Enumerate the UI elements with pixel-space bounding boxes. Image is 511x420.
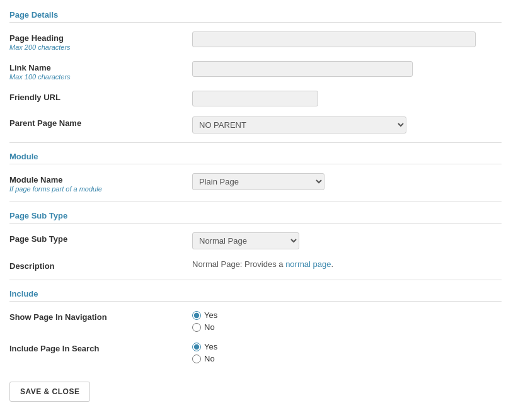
include-in-search-row: Include Page In Search Yes No (9, 339, 502, 366)
page-sub-type-row: Page Sub Type Normal Page Plain Page (9, 230, 502, 252)
friendly-url-label: Friendly URL (9, 93, 192, 102)
page-sub-type-header: Page Sub Type (9, 207, 502, 224)
show-in-nav-no-radio[interactable] (192, 323, 201, 332)
module-name-select[interactable]: Plain Page Normal Page (192, 173, 324, 190)
module-name-input-col: Plain Page Normal Page (192, 173, 502, 190)
page-sub-type-divider (9, 201, 502, 202)
link-name-label: Link Name (9, 63, 192, 72)
description-highlight: normal page (285, 259, 331, 269)
include-in-search-no-item[interactable]: No (192, 354, 502, 363)
module-divider (9, 142, 502, 143)
parent-page-name-label-col: Parent Page Name (9, 116, 192, 128)
page-sub-type-section: Page Sub Type Page Sub Type Normal Page … (9, 207, 502, 273)
link-name-label-col: Link Name Max 100 characters (9, 61, 192, 81)
description-value-col: Normal Page: Provides a normal page. (192, 259, 502, 269)
friendly-url-label-col: Friendly URL (9, 91, 192, 102)
show-in-nav-yes-radio[interactable] (192, 311, 201, 320)
page-sub-type-input-col: Normal Page Plain Page (192, 232, 502, 249)
include-header: Include (9, 285, 502, 302)
show-in-nav-yes-label: Yes (204, 310, 217, 320)
include-in-search-no-radio[interactable] (192, 355, 201, 363)
page-heading-label-col: Page Heading Max 200 characters (9, 31, 192, 51)
module-header: Module (9, 148, 502, 164)
module-name-label: Module Name (9, 175, 192, 184)
page-details-section: Page Details Page Heading Max 200 charac… (9, 6, 502, 136)
show-in-nav-input-col: Yes No (192, 310, 502, 332)
description-label: Description (9, 261, 192, 271)
friendly-url-input[interactable] (192, 91, 318, 106)
save-close-button[interactable]: SAVE & CLOSE (9, 382, 90, 402)
show-in-nav-label: Show Page In Navigation (9, 312, 192, 322)
page-details-header: Page Details (9, 6, 502, 23)
description-row: Description Normal Page: Provides a norm… (9, 257, 502, 273)
include-in-search-label-col: Include Page In Search (9, 342, 192, 353)
module-section: Module Module Name If page forms part of… (9, 148, 502, 195)
link-name-row: Link Name Max 100 characters (9, 59, 502, 83)
parent-page-name-select[interactable]: NO PARENT (192, 116, 406, 133)
show-in-nav-yes-item[interactable]: Yes (192, 310, 502, 320)
show-in-nav-no-label: No (204, 322, 215, 332)
page-container: Page Details Page Heading Max 200 charac… (0, 0, 511, 414)
show-in-nav-no-item[interactable]: No (192, 322, 502, 332)
friendly-url-input-col (192, 91, 502, 106)
include-in-search-input-col: Yes No (192, 342, 502, 363)
include-in-search-no-label: No (204, 354, 215, 363)
include-in-search-radio-group: Yes No (192, 342, 502, 363)
friendly-url-row: Friendly URL (9, 88, 502, 109)
page-sub-type-select[interactable]: Normal Page Plain Page (192, 232, 299, 249)
include-in-search-yes-label: Yes (204, 342, 217, 351)
include-in-search-yes-item[interactable]: Yes (192, 342, 502, 351)
include-divider (9, 280, 502, 280)
page-heading-row: Page Heading Max 200 characters (9, 29, 502, 54)
parent-page-name-row: Parent Page Name NO PARENT (9, 114, 502, 136)
show-in-nav-radio-group: Yes No (192, 310, 502, 332)
page-sub-type-label: Page Sub Type (9, 234, 192, 244)
page-heading-label: Page Heading (9, 33, 192, 43)
description-text: Normal Page: Provides a normal page. (192, 258, 333, 269)
link-name-input[interactable] (192, 61, 413, 77)
show-in-nav-row: Show Page In Navigation Yes No (9, 308, 502, 334)
footer: SAVE & CLOSE (9, 372, 502, 402)
page-heading-sublabel: Max 200 characters (9, 43, 192, 51)
include-in-search-yes-radio[interactable] (192, 343, 201, 351)
link-name-input-col (192, 61, 502, 77)
description-label-col: Description (9, 259, 192, 271)
page-heading-input[interactable] (192, 31, 476, 47)
include-in-search-label: Include Page In Search (9, 344, 192, 353)
show-in-nav-label-col: Show Page In Navigation (9, 310, 192, 322)
link-name-sublabel: Max 100 characters (9, 73, 192, 81)
module-name-sublabel: If page forms part of a module (9, 185, 192, 193)
parent-page-name-label: Parent Page Name (9, 118, 192, 128)
module-name-row: Module Name If page forms part of a modu… (9, 171, 502, 195)
parent-page-name-input-col: NO PARENT (192, 116, 502, 133)
page-heading-input-col (192, 31, 502, 47)
page-sub-type-label-col: Page Sub Type (9, 232, 192, 244)
module-name-label-col: Module Name If page forms part of a modu… (9, 173, 192, 193)
include-section: Include Show Page In Navigation Yes No (9, 285, 502, 366)
